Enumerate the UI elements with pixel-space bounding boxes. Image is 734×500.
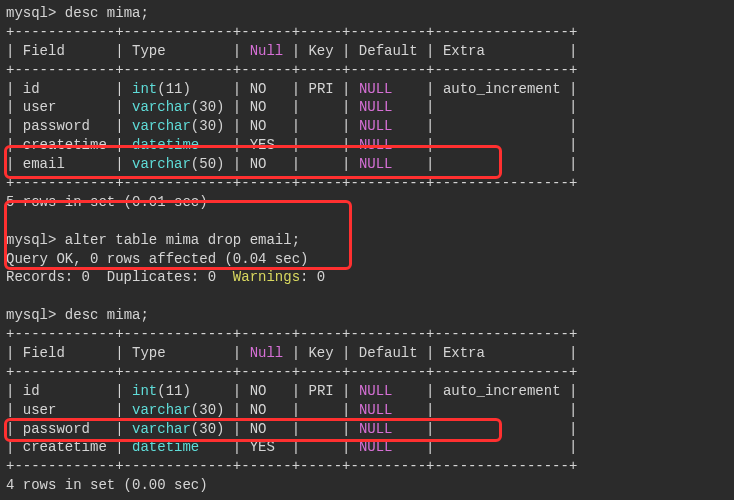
prompt-line: mysql> desc mima; bbox=[6, 4, 728, 23]
type-keyword: datetime bbox=[132, 137, 199, 153]
type-keyword: varchar bbox=[132, 156, 191, 172]
sql-command: alter table mima drop email; bbox=[65, 232, 300, 248]
table-row: | email | varchar(50) | NO | | NULL | | bbox=[6, 155, 728, 174]
prompt-prefix: mysql> bbox=[6, 5, 56, 21]
query-ok: Query OK, 0 rows affected (0.04 sec) bbox=[6, 250, 728, 269]
table-row: | user | varchar(30) | NO | | NULL | | bbox=[6, 401, 728, 420]
prompt-line: mysql> desc mima; bbox=[6, 306, 728, 325]
rows-summary: 5 rows in set (0.01 sec) bbox=[6, 193, 728, 212]
table-row: | id | int(11) | NO | PRI | NULL | auto_… bbox=[6, 80, 728, 99]
rows-summary: 4 rows in set (0.00 sec) bbox=[6, 476, 728, 495]
sql-command: desc mima; bbox=[65, 307, 149, 323]
null-value: NULL bbox=[359, 402, 393, 418]
prompt-line: mysql> alter table mima drop email; bbox=[6, 231, 728, 250]
table-row: | password | varchar(30) | NO | | NULL |… bbox=[6, 420, 728, 439]
null-value: NULL bbox=[359, 99, 393, 115]
table-border: +------------+-------------+------+-----… bbox=[6, 61, 728, 80]
type-keyword: varchar bbox=[132, 118, 191, 134]
table-row: | password | varchar(30) | NO | | NULL |… bbox=[6, 117, 728, 136]
blank-line bbox=[6, 495, 728, 500]
table-row: | createtime | datetime | YES | | NULL |… bbox=[6, 438, 728, 457]
type-keyword: varchar bbox=[132, 402, 191, 418]
type-keyword: int bbox=[132, 81, 157, 97]
table-row: | createtime | datetime | YES | | NULL |… bbox=[6, 136, 728, 155]
warnings-label: Warnings bbox=[233, 269, 300, 285]
blank-line bbox=[6, 287, 728, 306]
null-value: NULL bbox=[359, 156, 393, 172]
sql-command: desc mima; bbox=[65, 5, 149, 21]
type-keyword: varchar bbox=[132, 421, 191, 437]
null-header: Null bbox=[250, 43, 284, 59]
null-value: NULL bbox=[359, 383, 393, 399]
prompt-prefix: mysql> bbox=[6, 232, 56, 248]
null-value: NULL bbox=[359, 421, 393, 437]
type-keyword: int bbox=[132, 383, 157, 399]
table-border: +------------+-------------+------+-----… bbox=[6, 363, 728, 382]
records-line: Records: 0 Duplicates: 0 Warnings: 0 bbox=[6, 268, 728, 287]
table-border: +------------+-------------+------+-----… bbox=[6, 174, 728, 193]
blank-line bbox=[6, 212, 728, 231]
table-header: | Field | Type | Null | Key | Default | … bbox=[6, 344, 728, 363]
table-border: +------------+-------------+------+-----… bbox=[6, 457, 728, 476]
null-value: NULL bbox=[359, 81, 393, 97]
table-header: | Field | Type | Null | Key | Default | … bbox=[6, 42, 728, 61]
null-value: NULL bbox=[359, 118, 393, 134]
null-header: Null bbox=[250, 345, 284, 361]
table-border: +------------+-------------+------+-----… bbox=[6, 23, 728, 42]
type-keyword: varchar bbox=[132, 99, 191, 115]
table-row: | user | varchar(30) | NO | | NULL | | bbox=[6, 98, 728, 117]
table-border: +------------+-------------+------+-----… bbox=[6, 325, 728, 344]
null-value: NULL bbox=[359, 439, 393, 455]
null-value: NULL bbox=[359, 137, 393, 153]
prompt-prefix: mysql> bbox=[6, 307, 56, 323]
type-keyword: datetime bbox=[132, 439, 199, 455]
table-row: | id | int(11) | NO | PRI | NULL | auto_… bbox=[6, 382, 728, 401]
